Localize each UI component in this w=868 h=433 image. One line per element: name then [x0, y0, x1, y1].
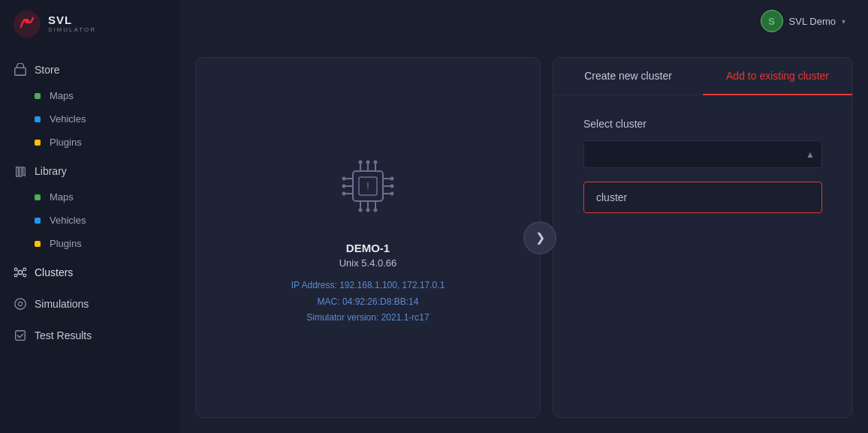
svg-point-37: [366, 161, 370, 164]
svg-point-4: [14, 268, 17, 271]
svg-point-30: [342, 177, 346, 181]
select-cluster-wrapper: cluster ▲: [583, 140, 822, 168]
library-maps-label: Maps: [50, 191, 74, 203]
user-menu[interactable]: S SVL Demo ▾: [753, 6, 853, 36]
machine-sim-label: Simulator version: 2021.1-rc17: [306, 312, 429, 323]
library-vehicles-label: Vehicles: [50, 215, 86, 226]
app-logo-icon: [14, 11, 41, 38]
svg-line-8: [17, 270, 19, 272]
sidebar-header: SVL SIMULATOR: [0, 0, 180, 48]
sidebar-item-store[interactable]: Store: [0, 56, 180, 84]
svg-point-41: [374, 209, 378, 212]
sidebar-item-library-plugins[interactable]: Plugins: [0, 232, 180, 255]
svg-point-6: [14, 274, 17, 277]
store-vehicles-label: Vehicles: [50, 113, 86, 125]
test-results-icon: [14, 329, 27, 342]
simulations-icon: [14, 297, 27, 311]
svg-point-39: [359, 209, 363, 212]
library-label: Library: [35, 165, 67, 177]
sidebar-item-library-maps[interactable]: Maps: [0, 185, 180, 209]
machine-info: IP Address: 192.168.1.100, 172.17.0.1 MA…: [291, 278, 445, 326]
test-results-label: Test Results: [35, 329, 92, 341]
tab-create-cluster[interactable]: Create new cluster: [553, 58, 703, 95]
clusters-label: Clusters: [35, 266, 73, 278]
svg-point-7: [23, 274, 26, 277]
machine-icon-wrapper: !: [330, 149, 405, 227]
sidebar-item-library-vehicles[interactable]: Vehicles: [0, 209, 180, 232]
svg-line-11: [22, 273, 23, 275]
sidebar-item-test-results[interactable]: Test Results: [0, 321, 180, 350]
cluster-tabs: Create new cluster Add to existing clust…: [553, 58, 852, 95]
vehicles-dot-icon: [35, 116, 41, 122]
topbar: S SVL Demo ▾: [180, 0, 868, 42]
store-sub-items: Maps Vehicles Plugins: [0, 84, 180, 154]
sidebar-item-store-vehicles[interactable]: Vehicles: [0, 107, 180, 131]
plugins-dot-icon: [35, 140, 41, 146]
nav-arrow-button[interactable]: ❯: [523, 221, 556, 254]
maps-dot-icon: [35, 93, 41, 99]
nav-section-store: Store Maps Vehicles Plugins: [0, 56, 180, 154]
library-sub-items: Maps Vehicles Plugins: [0, 185, 180, 255]
logo-text: SVL SIMULATOR: [48, 14, 96, 33]
sidebar-item-library[interactable]: Library: [0, 157, 180, 185]
sidebar-item-store-maps[interactable]: Maps: [0, 84, 180, 107]
svg-rect-14: [16, 331, 26, 341]
simulations-label: Simulations: [35, 298, 89, 310]
lib-plugins-dot-icon: [35, 241, 41, 247]
library-plugins-label: Plugins: [50, 238, 82, 249]
svg-point-3: [18, 270, 22, 274]
nav-section-clusters: Clusters: [0, 258, 180, 287]
content-area: !: [195, 57, 853, 418]
main-content: S SVL Demo ▾ !: [180, 0, 868, 433]
nav-section-library: Library Maps Vehicles Plugins: [0, 157, 180, 255]
cluster-select[interactable]: cluster: [583, 140, 822, 168]
avatar: S: [761, 10, 783, 32]
tab-add-to-cluster[interactable]: Add to existing cluster: [703, 58, 852, 95]
machine-ip-label: IP Address: 192.168.1.100, 172.17.0.1: [291, 280, 445, 290]
machine-card: !: [195, 57, 541, 418]
machine-mac-label: MAC: 04:92:26:D8:BB:14: [318, 296, 419, 307]
svg-text:!: !: [365, 180, 371, 192]
select-cluster-label: Select cluster: [583, 118, 646, 130]
svg-point-12: [15, 299, 26, 309]
svg-point-36: [359, 161, 363, 164]
svg-point-1: [25, 19, 29, 23]
svg-point-13: [18, 302, 22, 305]
cluster-tab-content: Select cluster cluster ▲ cluster: [553, 95, 852, 417]
user-name: SVL Demo: [789, 16, 836, 27]
store-label: Store: [35, 64, 59, 76]
sidebar-item-store-plugins[interactable]: Plugins: [0, 131, 180, 154]
store-plugins-label: Plugins: [50, 137, 82, 148]
nav-section-test-results: Test Results: [0, 321, 180, 350]
app-title: SVL: [48, 14, 96, 27]
svg-point-38: [374, 161, 378, 164]
sidebar-nav: Store Maps Vehicles Plugins: [0, 48, 180, 433]
lib-vehicles-dot-icon: [35, 218, 41, 224]
lib-maps-dot-icon: [35, 194, 41, 200]
cluster-panel: Create new cluster Add to existing clust…: [553, 57, 853, 418]
cluster-option[interactable]: cluster: [584, 182, 821, 212]
chevron-right-icon: ❯: [535, 230, 545, 245]
store-icon: [14, 63, 27, 77]
svg-point-31: [342, 185, 346, 188]
svg-rect-2: [15, 68, 26, 75]
sidebar-item-simulations[interactable]: Simulations: [0, 290, 180, 318]
chevron-down-icon: ▾: [842, 17, 845, 26]
store-maps-label: Maps: [50, 90, 74, 101]
nav-section-simulations: Simulations: [0, 290, 180, 318]
library-icon: [14, 164, 27, 178]
svg-point-5: [23, 268, 26, 271]
svg-line-9: [22, 270, 23, 272]
machine-os: Unix 5.4.0.66: [339, 257, 397, 269]
cluster-dropdown: cluster: [583, 182, 822, 213]
svg-point-33: [390, 177, 394, 181]
svg-point-35: [390, 192, 394, 196]
clusters-icon: [14, 266, 27, 279]
app-subtitle: SIMULATOR: [48, 27, 96, 34]
svg-point-34: [390, 185, 394, 188]
machine-name: DEMO-1: [346, 242, 390, 254]
sidebar: SVL SIMULATOR Store Maps Vehicles: [0, 0, 180, 433]
svg-point-0: [14, 11, 41, 38]
svg-line-10: [17, 273, 19, 275]
sidebar-item-clusters[interactable]: Clusters: [0, 258, 180, 287]
